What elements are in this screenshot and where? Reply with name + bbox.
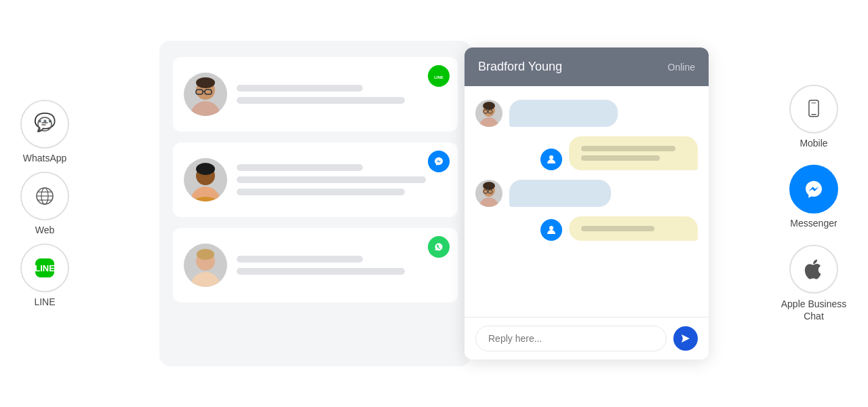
conv-line-1a: [237, 85, 363, 92]
line-badge-1: LINE: [428, 65, 450, 87]
conv-line-3a: [237, 256, 363, 263]
messenger-item: Messenger: [789, 165, 838, 229]
conversation-item-1[interactable]: LINE: [173, 57, 458, 132]
line-item: LINE LINE: [20, 244, 69, 307]
whatsapp-item: 💬 WhatsApp: [20, 100, 69, 163]
conv-line-1b: [237, 97, 405, 104]
chat-contact-name: Bradford Young: [478, 60, 562, 74]
svg-point-32: [479, 197, 498, 207]
chat-input-area: [465, 317, 709, 360]
svg-point-19: [196, 163, 215, 175]
center-area: LINE: [159, 41, 709, 366]
svg-point-34: [483, 182, 495, 190]
avatar-1: [184, 73, 227, 116]
svg-point-38: [549, 226, 553, 230]
whatsapp-label: WhatsApp: [23, 153, 67, 163]
messenger-icon-circle: [789, 165, 838, 214]
messenger-icon: [801, 176, 827, 202]
conv-content-2: [237, 164, 447, 195]
svg-point-25: [479, 117, 498, 127]
svg-point-23: [197, 249, 214, 260]
svg-point-9: [191, 101, 220, 116]
right-icon-column: Mobile Messenger Apple Business Chat: [780, 85, 848, 322]
conv-content-1: [237, 85, 447, 104]
conv-line-2b: [237, 176, 426, 183]
reply-input[interactable]: [475, 326, 667, 351]
conversation-item-2[interactable]: [173, 142, 458, 217]
web-item: Web: [20, 172, 69, 235]
web-icon-circle: [20, 172, 69, 220]
chat-messages: [465, 86, 709, 317]
line-label: LINE: [34, 296, 55, 307]
web-label: Web: [35, 225, 55, 235]
left-icon-column: 💬 WhatsApp Web: [20, 100, 69, 307]
mobile-icon: [803, 98, 825, 120]
agent-badge-1: [540, 149, 562, 170]
apple-icon-circle: [789, 245, 838, 294]
chat-header: Bradford Young Online: [465, 47, 709, 86]
avatar-3: [184, 244, 227, 287]
message-row-4: [475, 216, 698, 241]
message-row-1: [475, 100, 698, 127]
svg-point-27: [483, 102, 495, 110]
msg-bubble-sent-2: [569, 216, 698, 241]
msg-bubble-received-1: [509, 100, 618, 127]
whatsapp-icon: 💬: [33, 112, 57, 136]
svg-point-21: [191, 272, 220, 287]
conv-line-2c: [237, 189, 405, 195]
mobile-icon-circle: [789, 85, 838, 134]
msg-avatar-1: [475, 100, 502, 127]
line-icon-circle: LINE: [20, 244, 69, 292]
svg-point-42: [801, 176, 827, 202]
svg-text:LINE: LINE: [434, 75, 443, 79]
avatar-2: [184, 158, 227, 201]
conversation-list: LINE: [159, 41, 471, 366]
conversation-item-3[interactable]: [173, 228, 458, 303]
apple-icon: [802, 258, 825, 281]
msg-bubble-sent-1: [569, 136, 698, 170]
web-icon: [33, 184, 57, 208]
chat-status: Online: [668, 62, 695, 73]
whatsapp-icon-circle: 💬: [20, 100, 69, 149]
svg-point-20: [433, 155, 445, 168]
msg-avatar-2: [475, 180, 502, 207]
agent-badge-2: [540, 219, 562, 241]
whatsapp-badge-3: [428, 236, 450, 258]
apple-business-label: Apple Business Chat: [780, 298, 848, 322]
line-icon: LINE: [33, 256, 57, 280]
conv-line-3b: [237, 268, 405, 275]
messenger-label: Messenger: [790, 218, 837, 229]
svg-point-31: [549, 155, 553, 159]
conv-line-2a: [237, 164, 363, 171]
message-row-2: [475, 136, 698, 170]
mobile-label: Mobile: [800, 138, 827, 149]
svg-point-11: [196, 77, 215, 88]
chat-window: Bradford Young Online: [465, 47, 709, 360]
mobile-item: Mobile: [789, 85, 838, 149]
message-row-3: [475, 180, 698, 207]
messenger-badge-2: [428, 151, 450, 172]
apple-business-item: Apple Business Chat: [780, 245, 848, 322]
svg-text:LINE: LINE: [35, 263, 55, 273]
conv-content-3: [237, 256, 447, 275]
send-button[interactable]: [673, 326, 698, 351]
msg-bubble-received-2: [509, 180, 611, 207]
main-container: 💬 WhatsApp Web: [0, 0, 868, 407]
